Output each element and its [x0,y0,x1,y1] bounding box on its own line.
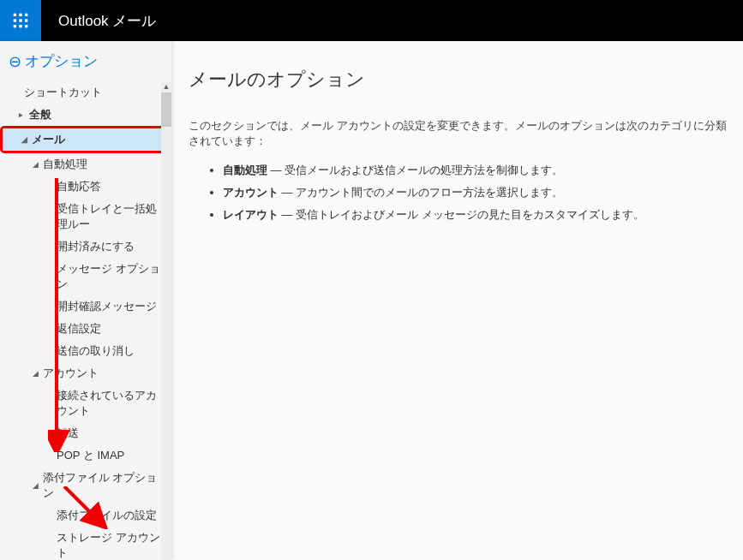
tree-item-label: メッセージ オプション [57,261,165,292]
tree-item-label: POP と IMAP [57,448,124,463]
tree-caret-icon[interactable]: ▸ [19,110,29,119]
main-content: メールのオプション このセクションでは、メール アカウントの設定を変更できます。… [171,41,743,560]
bullet-term: レイアウト [223,208,279,221]
tree-item[interactable]: 添付ファイルの設定 [0,504,171,527]
sidebar-scrollbar[interactable] [161,82,171,560]
tree-item[interactable]: POP と IMAP [0,444,171,467]
svg-rect-5 [25,19,27,21]
svg-rect-1 [19,14,21,16]
tree-item[interactable]: ストレージ アカウント [0,527,171,560]
tree-item[interactable]: ◢添付ファイル オプション [0,467,171,504]
tree-caret-icon[interactable]: ◢ [33,481,43,490]
tree-item-label: 開封確認メッセージ [57,299,157,314]
tree-item-label: 自動処理 [43,157,87,172]
tree-item-label: 全般 [29,107,51,122]
tree-item-label: ストレージ アカウント [57,530,165,560]
waffle-icon [12,12,29,29]
tree-item[interactable]: ◢自動処理 [0,153,171,176]
tree-item-label: ショートカット [24,85,102,100]
tree-item-label: 開封済みにする [57,239,135,254]
option-categories-list: 自動処理 ― 受信メールおよび送信メールの処理方法を制御します。アカウント ― … [189,163,734,223]
tree-item[interactable]: 接続されているアカウント [0,384,171,422]
tree-item[interactable]: ◢メール [3,128,169,151]
list-item: レイアウト ― 受信トレイおよびメール メッセージの見た目をカスタマイズします。 [223,207,734,223]
bullet-desc: ― アカウント間でのメールのフロー方法を選択します。 [279,186,563,199]
back-arrow-icon: ⊖ [9,52,21,71]
tree-caret-icon[interactable]: ◢ [21,135,32,144]
tree-item-label: 返信設定 [57,321,101,337]
tree-item[interactable]: 転送 [0,422,171,444]
tree-item-label: 添付ファイルの設定 [57,508,157,523]
svg-rect-6 [14,25,16,27]
tree-item-label: 転送 [57,426,79,441]
options-tree: ショートカット▸全般◢メール◢自動処理自動応答受信トレイと一括処理ルー開封済みに… [0,81,171,560]
tree-item[interactable]: ショートカット [0,81,171,104]
svg-rect-8 [25,25,27,27]
svg-rect-7 [19,25,21,27]
tree-item[interactable]: 送信の取り消し [0,340,171,362]
list-item: 自動処理 ― 受信メールおよび送信メールの処理方法を制御します。 [223,163,734,178]
app-header: Outlook メール [0,0,743,41]
tree-caret-icon[interactable]: ◢ [33,369,43,378]
options-header-label: オプション [25,51,98,71]
tree-item-label: 接続されているアカウント [57,388,165,419]
tree-item-label: 送信の取り消し [57,343,135,359]
svg-rect-2 [25,14,27,16]
app-launcher-button[interactable] [0,0,41,41]
bullet-term: アカウント [223,186,279,199]
tree-caret-icon[interactable]: ◢ [33,160,43,169]
tree-item[interactable]: メッセージ オプション [0,258,171,295]
tree-item[interactable]: 受信トレイと一括処理ルー [0,198,171,235]
tree-item-label: 受信トレイと一括処理ルー [57,201,165,232]
sidebar-scrollbar-thumb[interactable] [161,92,171,127]
bullet-desc: ― 受信メールおよび送信メールの処理方法を制御します。 [267,164,563,176]
list-item: アカウント ― アカウント間でのメールのフロー方法を選択します。 [223,185,734,200]
options-sidebar: ⊖ オプション ショートカット▸全般◢メール◢自動処理自動応答受信トレイと一括処… [0,41,171,560]
tree-item[interactable]: 返信設定 [0,318,171,340]
tree-item[interactable]: ▸全般 [0,104,171,126]
back-to-options[interactable]: ⊖ オプション [0,41,171,81]
bullet-desc: ― 受信トレイおよびメール メッセージの見た目をカスタマイズします。 [279,208,644,221]
svg-rect-3 [14,19,16,21]
page-title: メールのオプション [189,67,734,92]
scroll-up-icon[interactable]: ▲ [161,80,171,92]
tree-item-label: アカウント [43,366,99,381]
tree-item-label: 添付ファイル オプション [43,470,165,501]
app-title: Outlook メール [58,11,156,31]
bullet-term: 自動処理 [223,164,267,176]
tree-item[interactable]: ◢アカウント [0,362,171,384]
tree-item-label: メール [32,132,65,147]
page-intro: このセクションでは、メール アカウントの設定を変更できます。メールのオプションは… [189,118,734,149]
svg-rect-4 [19,19,21,21]
tree-item[interactable]: 自動応答 [0,176,171,198]
tree-item[interactable]: 開封確認メッセージ [0,295,171,318]
svg-rect-0 [14,14,16,16]
tree-item-label: 自動応答 [57,179,101,194]
tree-item[interactable]: 開封済みにする [0,235,171,258]
